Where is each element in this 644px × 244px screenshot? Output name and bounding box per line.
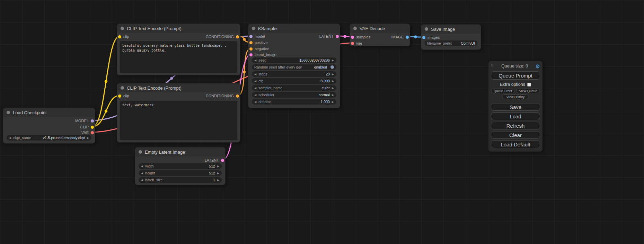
- increment-arrow-icon[interactable]: ▶: [332, 100, 334, 103]
- node-empty-latent-image[interactable]: Empty Latent Image LATENT ◀ width 512 ▶ …: [135, 147, 226, 185]
- node-clip-text-encode-negative[interactable]: CLIP Text Encode (Prompt) clip CONDITION…: [117, 83, 240, 143]
- port-dot-clip[interactable]: [118, 94, 121, 98]
- view-history-button[interactable]: View History: [502, 94, 529, 99]
- collapse-dot-icon[interactable]: [425, 27, 428, 31]
- drag-handle-icon[interactable]: ⠿: [491, 64, 494, 69]
- port-dot-conditioning[interactable]: [236, 35, 239, 38]
- input-port-model[interactable]: model: [249, 34, 265, 39]
- increment-arrow-icon[interactable]: ▶: [217, 172, 219, 175]
- queue-prompt-button[interactable]: Queue Prompt: [491, 71, 540, 80]
- port-dot-conditioning[interactable]: [249, 47, 253, 51]
- widget-sampler-name[interactable]: ◀ sampler_name euler ▶: [252, 85, 336, 91]
- port-dot-clip[interactable]: [118, 35, 121, 38]
- input-port-latent-image[interactable]: latent_image: [249, 52, 276, 57]
- node-load-checkpoint[interactable]: Load Checkpoint MODEL CLIP VAE ◀ ckpt_na…: [3, 108, 95, 144]
- node-title-bar[interactable]: Load Checkpoint: [3, 108, 95, 117]
- next-value-arrow-icon[interactable]: ▶: [332, 93, 334, 97]
- output-port-conditioning[interactable]: CONDITIONING: [206, 34, 239, 39]
- negative-prompt-textarea[interactable]: text, watermark: [120, 101, 237, 140]
- port-dot-image[interactable]: [406, 36, 409, 39]
- widget-batch-size[interactable]: ◀ batch_size 1 ▶: [139, 177, 222, 183]
- increment-arrow-icon[interactable]: ▶: [217, 165, 219, 168]
- node-title-bar[interactable]: VAE Decode: [350, 24, 410, 33]
- port-dot-image[interactable]: [422, 36, 425, 39]
- port-dot-latent[interactable]: [336, 35, 339, 38]
- save-button[interactable]: Save: [491, 103, 540, 111]
- next-value-arrow-icon[interactable]: ▶: [332, 87, 334, 90]
- toggle-enabled-dot-icon[interactable]: [330, 65, 334, 69]
- node-title-bar[interactable]: Empty Latent Image: [135, 147, 225, 156]
- node-clip-text-encode-positive[interactable]: CLIP Text Encode (Prompt) clip CONDITION…: [117, 24, 240, 75]
- decrement-arrow-icon[interactable]: ◀: [141, 165, 143, 168]
- node-title-bar[interactable]: Save Image: [421, 25, 481, 34]
- widget-seed[interactable]: ◀ seed 156680208700286 ▶: [252, 57, 336, 63]
- widget-ckpt-name[interactable]: ◀ ckpt_name v1-5-pruned-emaonly.ckpt ▶: [7, 135, 91, 141]
- port-dot-clip[interactable]: [91, 126, 94, 129]
- widget-denoise[interactable]: ◀ denoise 1.000 ▶: [252, 99, 336, 105]
- widget-cfg[interactable]: ◀ cfg 8.000 ▶: [252, 78, 336, 84]
- output-port-vae[interactable]: VAE: [81, 130, 94, 135]
- collapse-dot-icon[interactable]: [7, 111, 10, 114]
- collapse-dot-icon[interactable]: [252, 27, 255, 30]
- node-vae-decode[interactable]: VAE Decode samples vae IMAGE: [350, 24, 410, 46]
- load-button[interactable]: Load: [491, 112, 540, 120]
- decrement-arrow-icon[interactable]: ◀: [254, 80, 256, 83]
- widget-steps[interactable]: ◀ steps 20 ▶: [252, 71, 336, 77]
- widget-width[interactable]: ◀ width 512 ▶: [139, 163, 222, 169]
- input-port-samples[interactable]: samples: [351, 34, 370, 40]
- collapse-dot-icon[interactable]: [121, 86, 124, 90]
- queue-front-button[interactable]: Queue Front: [491, 89, 515, 93]
- node-title-bar[interactable]: KSampler: [248, 24, 340, 33]
- widget-filename-prefix[interactable]: filename_prefix ComfyUI: [425, 40, 477, 46]
- decrement-arrow-icon[interactable]: ◀: [254, 59, 256, 62]
- collapse-dot-icon[interactable]: [121, 27, 124, 30]
- widget-seed-control[interactable]: Random seed after every gen enabled: [252, 64, 336, 70]
- port-dot-latent[interactable]: [351, 36, 354, 39]
- input-port-clip[interactable]: clip: [118, 93, 129, 99]
- port-dot-vae[interactable]: [351, 42, 354, 45]
- output-port-clip[interactable]: CLIP: [80, 124, 94, 130]
- node-title-bar[interactable]: CLIP Text Encode (Prompt): [117, 24, 240, 33]
- port-dot-latent[interactable]: [249, 53, 253, 56]
- decrement-arrow-icon[interactable]: ◀: [254, 100, 256, 103]
- decrement-arrow-icon[interactable]: ◀: [254, 73, 256, 76]
- input-port-vae[interactable]: vae: [351, 40, 362, 46]
- collapse-dot-icon[interactable]: [139, 150, 142, 154]
- output-port-conditioning[interactable]: CONDITIONING: [206, 93, 239, 99]
- port-dot-model[interactable]: [91, 119, 94, 123]
- input-port-positive[interactable]: positive: [249, 40, 267, 45]
- output-port-latent[interactable]: LATENT: [205, 157, 224, 163]
- load-default-button[interactable]: Load Default: [491, 141, 540, 148]
- increment-arrow-icon[interactable]: ▶: [332, 80, 334, 83]
- decrement-arrow-icon[interactable]: ◀: [141, 179, 143, 182]
- next-value-arrow-icon[interactable]: ▶: [87, 136, 89, 139]
- increment-arrow-icon[interactable]: ▶: [217, 179, 219, 182]
- clear-button[interactable]: Clear: [491, 131, 540, 139]
- decrement-arrow-icon[interactable]: ◀: [141, 172, 143, 175]
- comfyui-menu-panel[interactable]: ⠿ Queue size: 0 ⚙ Queue Prompt Extra opt…: [488, 61, 542, 152]
- node-save-image[interactable]: Save Image images filename_prefix ComfyU…: [421, 24, 481, 50]
- output-port-model[interactable]: MODEL: [75, 118, 94, 124]
- widget-height[interactable]: ◀ height 512 ▶: [139, 170, 222, 176]
- positive-prompt-textarea[interactable]: beautiful scenery nature glass bottle la…: [120, 41, 237, 73]
- view-queue-button[interactable]: View Queue: [516, 89, 540, 93]
- input-port-clip[interactable]: clip: [118, 34, 129, 39]
- increment-arrow-icon[interactable]: ▶: [332, 59, 334, 62]
- port-dot-model[interactable]: [249, 35, 253, 38]
- settings-gear-icon[interactable]: ⚙: [536, 64, 540, 69]
- prev-value-arrow-icon[interactable]: ◀: [9, 136, 11, 139]
- output-port-latent[interactable]: LATENT: [319, 34, 339, 39]
- port-dot-latent[interactable]: [221, 159, 224, 162]
- collapse-dot-icon[interactable]: [353, 27, 357, 30]
- port-dot-conditioning[interactable]: [249, 41, 253, 44]
- port-dot-conditioning[interactable]: [236, 94, 239, 98]
- port-dot-vae[interactable]: [91, 131, 94, 134]
- widget-scheduler[interactable]: ◀ scheduler normal ▶: [252, 92, 336, 98]
- input-port-images[interactable]: images: [422, 35, 440, 40]
- node-title-bar[interactable]: CLIP Text Encode (Prompt): [117, 83, 240, 92]
- node-graph-canvas[interactable]: Load Checkpoint MODEL CLIP VAE ◀ ckpt_na…: [0, 0, 644, 244]
- prev-value-arrow-icon[interactable]: ◀: [254, 93, 256, 97]
- prev-value-arrow-icon[interactable]: ◀: [254, 87, 256, 90]
- output-port-image[interactable]: IMAGE: [391, 34, 409, 40]
- refresh-button[interactable]: Refresh: [491, 122, 540, 129]
